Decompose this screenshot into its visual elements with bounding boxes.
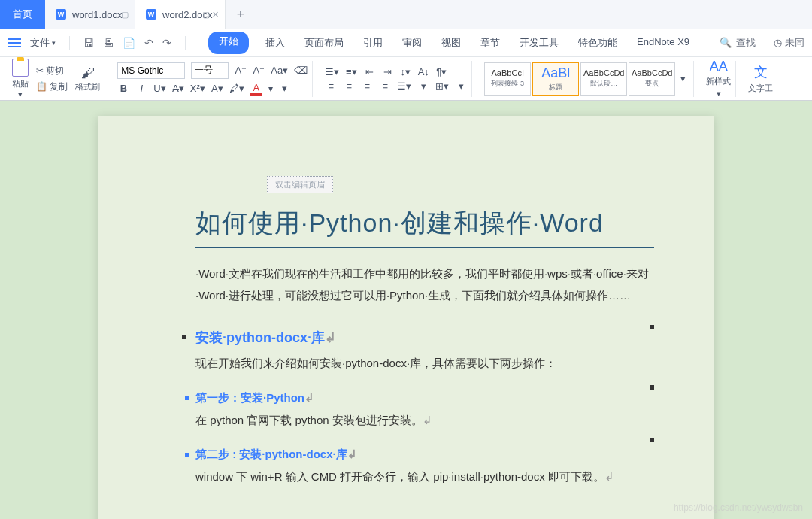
doc-title[interactable]: 如何使用·Python·创建和操作·Word: [195, 206, 654, 248]
search-box[interactable]: 🔍 查找: [720, 36, 756, 50]
format-painter-button[interactable]: 🖌 格式刷: [75, 65, 100, 93]
preview-icon[interactable]: 📄: [123, 37, 135, 49]
style-item[interactable]: AaBbCcI列表接续 3: [484, 62, 531, 96]
clipboard-icon: [12, 59, 29, 77]
highlight-button[interactable]: 🖍▾: [229, 83, 244, 94]
print-icon[interactable]: 🖶: [103, 37, 114, 49]
tab-controls[interactable]: ▢ ✕: [202, 10, 219, 20]
intro-paragraph[interactable]: ·Word·文档在我们现在的生活和工作中都用的比较多，我们平时都使用·wps·或…: [195, 263, 654, 306]
sort-button[interactable]: A↓: [417, 66, 429, 77]
char-shading-button[interactable]: ▾: [279, 83, 291, 94]
size-select[interactable]: [191, 62, 229, 79]
file-menu[interactable]: 文件 ▾: [30, 36, 56, 50]
ribbon-tabs: 开始 插入 页面布局 引用 审阅 视图 章节 开发工具 特色功能 EndNote…: [208, 32, 692, 54]
tab-dev[interactable]: 开发工具: [517, 32, 562, 54]
heading-3[interactable]: 第一步：安装·Python↲: [195, 391, 654, 405]
undo-icon[interactable]: ↶: [144, 37, 153, 49]
text-effects-button[interactable]: A▾: [211, 83, 223, 94]
align-right-button[interactable]: ≡: [361, 80, 373, 92]
ribbon: 粘贴▾ ✂ 剪切 📋 复制 🖌 格式刷 A⁺ A⁻ Aa▾ ⌫ B I U▾ A…: [0, 57, 812, 101]
document-canvas: 双击编辑页眉 如何使用·Python·创建和操作·Word ·Word·文档在我…: [0, 101, 812, 519]
cut-button[interactable]: ✂ 剪切: [36, 65, 64, 77]
sync-status[interactable]: ◷ 未同: [774, 36, 804, 50]
distribute-button[interactable]: ☰▾: [397, 80, 411, 92]
line-spacing-button[interactable]: ↕▾: [399, 66, 411, 77]
tab-label: word1.docx: [72, 9, 122, 20]
tabs-button[interactable]: ▾: [455, 80, 467, 92]
text-tools-button[interactable]: 文文字工: [748, 63, 773, 94]
copy-button[interactable]: 📋 复制: [36, 80, 68, 93]
indent-button[interactable]: ⇥: [381, 66, 393, 77]
underline-button[interactable]: U▾: [153, 83, 165, 94]
shading-button[interactable]: ▾: [417, 80, 429, 92]
styles-more-button[interactable]: ▾: [677, 73, 689, 84]
paragraph[interactable]: 在 python 官网下载 python 安装包进行安装。↲: [195, 410, 654, 432]
doc-tab-1[interactable]: W word1.docx ▢: [45, 0, 135, 29]
tab-view[interactable]: 视图: [438, 32, 464, 54]
strike-button[interactable]: A̶▾: [172, 83, 184, 94]
bullet-marker: [650, 385, 654, 390]
new-style-button[interactable]: AA新样式▾: [706, 59, 731, 99]
paragraph[interactable]: window 下 win+R 输入 CMD 打开命令行，输入 pip·insta…: [195, 466, 654, 488]
italic-button[interactable]: I: [135, 83, 147, 94]
tab-insert[interactable]: 插入: [262, 32, 288, 54]
numbering-button[interactable]: ≡▾: [345, 66, 357, 77]
outdent-button[interactable]: ⇤: [363, 66, 375, 77]
doc-tab-2[interactable]: W word2.docx ▢ ✕: [135, 0, 226, 29]
style-item[interactable]: AaBl标题: [532, 62, 579, 96]
bullets-button[interactable]: ☰▾: [325, 66, 339, 77]
tab-layout[interactable]: 页面布局: [301, 32, 347, 54]
style-item[interactable]: AaBbCcDd要点: [629, 62, 675, 96]
bold-button[interactable]: B: [117, 83, 129, 94]
bullet-marker: [650, 438, 654, 442]
menu-icon[interactable]: [8, 38, 21, 47]
font-color-button[interactable]: A: [250, 82, 262, 96]
paste-button[interactable]: 粘贴▾: [12, 59, 29, 99]
save-icon[interactable]: 🖫: [83, 37, 94, 49]
tab-features[interactable]: 特色功能: [575, 32, 620, 54]
justify-button[interactable]: ≡: [379, 80, 391, 92]
menu-bar: 文件 ▾ 🖫 🖶 📄 ↶ ↷ 开始 插入 页面布局 引用 审阅 视图 章节 开发…: [0, 29, 812, 57]
new-tab-button[interactable]: +: [226, 0, 256, 29]
tab-references[interactable]: 引用: [360, 32, 386, 54]
align-center-button[interactable]: ≡: [343, 80, 355, 92]
redo-icon[interactable]: ↷: [162, 37, 171, 49]
borders-button[interactable]: ⊞▾: [435, 80, 449, 92]
show-marks-button[interactable]: ¶▾: [435, 66, 447, 77]
tab-review[interactable]: 审阅: [399, 32, 425, 54]
tab-endnote[interactable]: EndNote X9: [634, 32, 692, 54]
styles-gallery: AaBbCcI列表接续 3 AaBl标题 AaBbCcDd默认段… AaBbCc…: [480, 61, 694, 97]
home-tab[interactable]: 首页: [0, 0, 45, 29]
super-sub-button[interactable]: X²▾: [190, 83, 205, 94]
watermark: https://blog.csdn.net/ywsydwsbn: [674, 502, 803, 513]
style-item[interactable]: AaBbCcDd默认段…: [580, 62, 627, 96]
shrink-font-button[interactable]: A⁻: [253, 65, 265, 76]
title-bar: 首页 W word1.docx ▢ W word2.docx ▢ ✕ +: [0, 0, 812, 29]
paragraph[interactable]: 现在开始我们来介绍如何安装·python-docx·库，具体需要以下两步操作：: [195, 353, 654, 375]
word-icon: W: [146, 9, 156, 20]
clear-format-button[interactable]: ⌫: [294, 65, 308, 76]
page[interactable]: 双击编辑页眉 如何使用·Python·创建和操作·Word ·Word·文档在我…: [98, 116, 714, 519]
heading-3[interactable]: 第二步 : 安装·python-docx·库↲: [195, 448, 654, 462]
tab-start[interactable]: 开始: [208, 32, 249, 54]
font-select[interactable]: [117, 62, 185, 79]
case-button[interactable]: Aa▾: [271, 65, 288, 76]
tab-controls[interactable]: ▢: [121, 10, 129, 20]
align-left-button[interactable]: ≡: [325, 80, 337, 92]
grow-font-button[interactable]: A⁺: [235, 65, 247, 76]
header-hint[interactable]: 双击编辑页眉: [267, 176, 333, 193]
word-icon: W: [56, 9, 66, 20]
heading-2[interactable]: 安装·python-docx·库↲: [195, 329, 654, 347]
tab-section[interactable]: 章节: [477, 32, 503, 54]
